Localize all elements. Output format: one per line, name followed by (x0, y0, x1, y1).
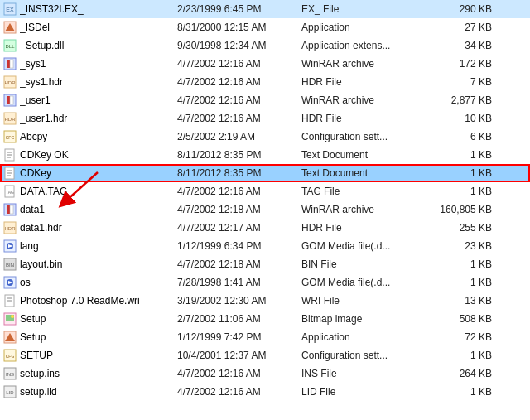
file-size: 160,805 KB (434, 204, 492, 215)
table-row[interactable]: lang 1/12/1999 6:34 PM GOM Media file(.d… (0, 237, 530, 255)
file-date: 4/7/2002 12:18 AM (177, 204, 301, 215)
file-size: 1 KB (434, 258, 492, 270)
table-row[interactable]: Setup 2/7/2002 11:06 AM Bitmap image 508… (0, 310, 530, 328)
file-type: Text Document (301, 167, 434, 179)
svg-text:BIN: BIN (6, 263, 14, 268)
file-size: 7 KB (434, 76, 492, 88)
file-icon: HDR (3, 112, 17, 125)
file-size: 1 KB (434, 167, 492, 179)
file-date: 2/5/2002 2:19 AM (177, 131, 301, 142)
file-icon (3, 57, 17, 70)
file-name: BIN layout.bin (3, 258, 177, 271)
file-icon (3, 331, 17, 344)
file-list-container: EX _INST32I.EX_ 2/23/1999 6:45 PM EX_ Fi… (0, 0, 530, 401)
file-icon (3, 94, 17, 107)
file-type: Application extens... (301, 40, 434, 51)
file-size: 1 KB (434, 386, 492, 398)
table-row[interactable]: data1 4/7/2002 12:18 AM WinRAR archive 1… (0, 200, 530, 219)
table-row[interactable]: TAG DATA.TAG 4/7/2002 12:16 AM TAG File … (0, 182, 530, 200)
table-row[interactable]: HDR data1.hdr 4/7/2002 12:17 AM HDR File… (0, 219, 530, 237)
table-row[interactable]: os 7/28/1998 1:41 AM GOM Media file(.d..… (0, 273, 530, 292)
file-name: HDR data1.hdr (3, 221, 177, 234)
file-name: LID setup.lid (3, 385, 177, 398)
file-type: LID File (301, 386, 434, 398)
file-date: 4/7/2002 12:16 AM (177, 94, 301, 106)
file-name: HDR _sys1.hdr (3, 75, 177, 89)
file-type: EX_ File (301, 3, 434, 15)
file-size: 34 KB (434, 40, 492, 51)
file-date: 4/7/2002 12:17 AM (177, 222, 301, 234)
table-row[interactable]: DLL _Setup.dll 9/30/1998 12:34 AM Applic… (0, 36, 530, 55)
file-date: 4/7/2002 12:16 AM (177, 368, 301, 379)
file-size: 1 KB (434, 350, 492, 361)
file-name: _user1 (3, 94, 177, 107)
file-icon: CFG (3, 130, 17, 143)
file-type: GOM Media file(.d... (301, 277, 434, 288)
file-type: Text Document (301, 149, 434, 161)
file-date: 8/11/2012 8:35 PM (177, 167, 301, 179)
table-row[interactable]: _sys1 4/7/2002 12:16 AM WinRAR archive 1… (0, 55, 530, 73)
file-size: 13 KB (434, 295, 492, 307)
file-icon (3, 239, 17, 253)
table-row[interactable]: _user1 4/7/2002 12:16 AM WinRAR archive … (0, 91, 530, 109)
table-row[interactable]: HDR _sys1.hdr 4/7/2002 12:16 AM HDR File… (0, 73, 530, 91)
file-icon (3, 276, 17, 289)
file-icon: HDR (3, 221, 17, 234)
file-size: 264 KB (434, 368, 492, 379)
table-row[interactable]: _ISDel 8/31/2000 12:15 AM Application 27… (0, 18, 530, 36)
table-row[interactable]: INS setup.ins 4/7/2002 12:16 AM INS File… (0, 364, 530, 383)
table-row[interactable]: Setup 1/12/1999 7:42 PM Application 72 K… (0, 328, 530, 346)
file-type: Application (301, 331, 434, 343)
svg-text:HDR: HDR (5, 80, 17, 85)
file-icon: TAG (3, 185, 17, 198)
svg-rect-30 (10, 205, 13, 214)
svg-rect-29 (7, 205, 10, 214)
file-date: 4/7/2002 12:18 AM (177, 258, 301, 270)
table-row[interactable]: BIN layout.bin 4/7/2002 12:18 AM BIN Fil… (0, 255, 530, 273)
svg-rect-12 (7, 96, 10, 104)
table-row[interactable]: CDKey 8/11/2012 8:35 PM Text Document 1 … (0, 164, 530, 182)
file-date: 4/7/2002 12:16 AM (177, 58, 301, 70)
file-type: WRI File (301, 295, 434, 307)
svg-text:TAG: TAG (6, 190, 14, 195)
file-icon: INS (3, 367, 17, 380)
file-type: WinRAR archive (301, 94, 434, 106)
file-type: HDR File (301, 113, 434, 124)
svg-text:HDR: HDR (5, 226, 17, 231)
file-date: 7/28/1998 1:41 AM (177, 277, 301, 288)
table-row[interactable]: CDKey OK 8/11/2012 8:35 PM Text Document… (0, 146, 530, 164)
table-row[interactable]: Photoshop 7.0 ReadMe.wri 3/19/2002 12:30… (0, 292, 530, 310)
file-name: _ISDel (3, 21, 177, 34)
file-name: CFG SETUP (3, 349, 177, 362)
svg-rect-7 (7, 60, 10, 68)
file-type: WinRAR archive (301, 58, 434, 70)
file-icon (3, 203, 17, 216)
file-name: CFG Abcpy (3, 130, 177, 143)
table-row[interactable]: CFG Abcpy 2/5/2002 2:19 AM Configuration… (0, 128, 530, 146)
file-size: 6 KB (434, 131, 492, 142)
file-name: INS setup.ins (3, 367, 177, 380)
table-row[interactable]: CFG SETUP 10/4/2001 12:37 AM Configurati… (0, 346, 530, 364)
file-type: Configuration sett... (301, 131, 434, 142)
file-type: Application (301, 22, 434, 33)
file-name: TAG DATA.TAG (3, 185, 177, 198)
file-date: 4/7/2002 12:16 AM (177, 186, 301, 197)
file-name: Setup (3, 312, 177, 326)
file-size: 1 KB (434, 149, 492, 161)
svg-text:LID: LID (6, 390, 14, 395)
file-name: _sys1 (3, 57, 177, 70)
table-row[interactable]: EX _INST32I.EX_ 2/23/1999 6:45 PM EX_ Fi… (0, 0, 530, 18)
file-size: 1 KB (434, 186, 492, 197)
file-type: WinRAR archive (301, 204, 434, 215)
table-row[interactable]: LID setup.lid 4/7/2002 12:16 AM LID File… (0, 383, 530, 401)
file-name: os (3, 276, 177, 289)
svg-text:DLL: DLL (5, 44, 15, 49)
svg-rect-13 (10, 96, 13, 104)
file-icon: LID (3, 385, 17, 398)
file-icon: BIN (3, 258, 17, 271)
file-date: 10/4/2001 12:37 AM (177, 350, 301, 361)
file-name: lang (3, 239, 177, 253)
table-row[interactable]: HDR _user1.hdr 4/7/2002 12:16 AM HDR Fil… (0, 109, 530, 128)
file-date: 4/7/2002 12:16 AM (177, 386, 301, 398)
file-size: 2,877 KB (434, 94, 492, 106)
